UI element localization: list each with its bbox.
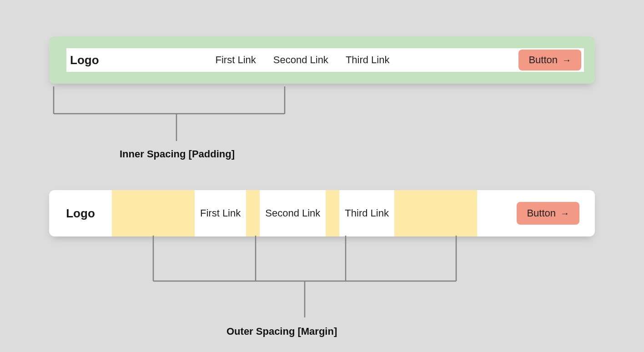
nav-link[interactable]: First Link: [216, 54, 256, 66]
nav-link[interactable]: Third Link: [339, 190, 394, 236]
annotation-label-padding: Inner Spacing [Padding]: [120, 148, 235, 160]
navbar-margin-example: Logo First Link Second Link Third Link B…: [49, 190, 595, 236]
logo: Logo: [49, 190, 112, 236]
arrow-right-icon: →: [560, 209, 569, 218]
annotation-label-margin: Outer Spacing [Margin]: [226, 326, 337, 337]
cta-button[interactable]: Button →: [517, 202, 579, 225]
button-label: Button: [527, 207, 556, 219]
navbar-padding-example: Logo First Link Second Link Third Link B…: [49, 36, 595, 84]
annotation-padding: Inner Spacing [Padding]: [49, 86, 595, 168]
padding-highlight-right: [584, 36, 595, 84]
margin-highlight: [326, 190, 339, 236]
navbar-content-box: Logo First Link Second Link Third Link B…: [66, 48, 584, 72]
nav-link[interactable]: First Link: [195, 190, 246, 236]
nav-link[interactable]: Second Link: [260, 190, 326, 236]
cta-button[interactable]: Button →: [518, 50, 581, 70]
nav-link[interactable]: Second Link: [273, 54, 328, 66]
logo: Logo: [70, 53, 111, 67]
arrow-right-icon: →: [562, 55, 571, 65]
annotation-margin: Outer Spacing [Margin]: [49, 236, 595, 347]
margin-highlight: [394, 190, 477, 236]
margin-highlight: [246, 190, 260, 236]
margin-highlight: [112, 190, 195, 236]
nav-links: First Link Second Link Third Link: [216, 54, 390, 66]
nav-link[interactable]: Third Link: [346, 54, 390, 66]
button-label: Button: [528, 54, 558, 66]
